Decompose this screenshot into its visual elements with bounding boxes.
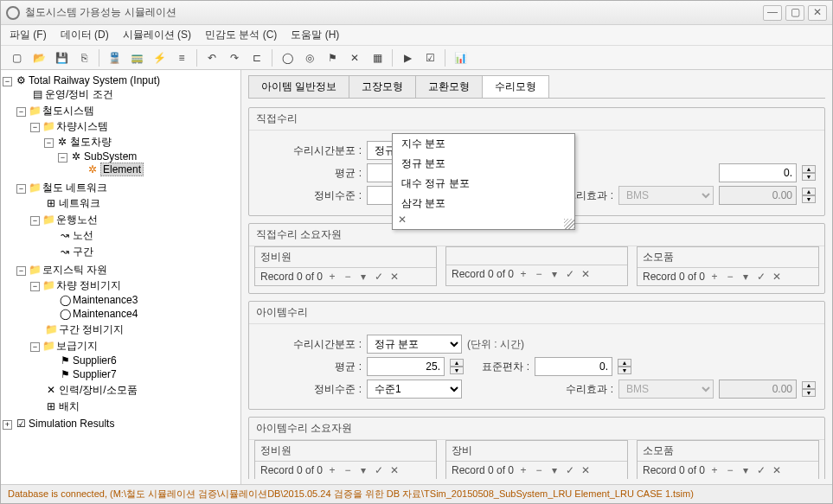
tree-op-cond[interactable]: 운영/정비 조건 [45,88,113,100]
tree-section-base[interactable]: 구간 정비기지 [59,323,124,335]
tree-toggle[interactable]: − [16,266,26,276]
tree-toggle[interactable]: − [30,342,40,352]
rec-del[interactable]: − [342,271,354,283]
dist-option-lognormal[interactable]: 대수 정규 분포 [393,174,574,194]
input-direct-std[interactable] [719,163,797,182]
rec-add[interactable]: + [708,271,721,283]
tree-supplier7[interactable]: Supplier7 [73,368,117,380]
rec-ok[interactable]: ✓ [373,464,385,476]
rec-del[interactable]: − [533,268,545,280]
play-icon[interactable]: ▶ [397,48,418,67]
tree-routes[interactable]: 운행노선 [56,214,98,226]
dist-option-exp[interactable]: 지수 분포 [393,134,574,154]
check-icon[interactable]: ☑ [420,48,440,67]
save-icon[interactable]: 💾 [51,48,72,67]
open-icon[interactable]: 📂 [29,48,49,67]
minimize-button[interactable]: — [763,5,782,21]
rec-add[interactable]: + [326,464,338,476]
tree-maint3[interactable]: Maintenance3 [73,294,138,306]
saveas-icon[interactable]: ⎘ [74,48,94,67]
rec-edit[interactable]: ▾ [548,464,561,476]
car-icon[interactable]: 🚃 [126,48,147,67]
target-icon[interactable]: ◎ [299,48,320,67]
spin-down[interactable]: ▼ [450,367,464,374]
rec-cancel[interactable]: ✕ [388,271,400,283]
undo-icon[interactable]: ↶ [202,48,222,67]
tree-toggle[interactable]: − [58,153,67,163]
close-button[interactable]: ✕ [808,5,827,21]
tree-section[interactable]: 구간 [73,246,93,258]
rec-edit[interactable]: ▾ [548,268,561,280]
rec-cancel[interactable]: ✕ [771,271,783,283]
spin-down[interactable]: ▼ [802,173,816,181]
rec-del[interactable]: − [533,464,545,476]
rec-cancel[interactable]: ✕ [771,464,783,476]
rec-cancel[interactable]: ✕ [388,464,400,476]
connect-icon[interactable]: ⊏ [247,48,267,67]
rec-del[interactable]: − [724,271,736,283]
tree-toggle[interactable]: − [30,216,40,226]
rec-ok[interactable]: ✓ [755,464,767,476]
tree-maint4[interactable]: Maintenance4 [73,308,138,320]
maximize-button[interactable]: ▢ [785,5,804,21]
spin-down[interactable]: ▼ [618,367,631,374]
tab-repair[interactable]: 수리모형 [482,75,549,98]
menu-data[interactable]: 데이터 (D) [61,28,109,42]
circle-icon[interactable]: ◯ [277,48,298,67]
rec-edit[interactable]: ▾ [740,271,752,283]
spin-up[interactable]: ▲ [450,359,464,367]
input-item-std[interactable] [535,357,612,376]
input-item-mean[interactable] [367,357,445,376]
menu-sensitivity[interactable]: 민감도 분석 (C) [205,28,277,42]
new-icon[interactable]: ▢ [6,48,27,67]
tree-route[interactable]: 노선 [73,229,93,241]
rec-ok[interactable]: ✓ [564,268,576,280]
tree-network[interactable]: 철도 네트워크 [42,182,107,194]
tree-net[interactable]: 네트워크 [59,197,100,209]
rec-add[interactable]: + [326,271,338,283]
tab-general[interactable]: 아이템 일반정보 [248,75,349,98]
tree-sim-results[interactable]: Simulation Results [29,418,114,430]
dist-option-triangular[interactable]: 삼각 분포 [393,194,574,214]
rec-ok[interactable]: ✓ [755,271,767,283]
tool-icon[interactable]: ✕ [344,48,365,67]
tree-toggle[interactable]: − [16,184,26,194]
rec-add[interactable]: + [708,464,721,476]
tree-supply-base[interactable]: 보급기지 [56,340,98,352]
tab-replace[interactable]: 교환모형 [415,75,483,98]
rec-ok[interactable]: ✓ [373,271,385,283]
tree-vehicle-system[interactable]: 차량시스템 [56,120,108,132]
spin-up[interactable]: ▲ [618,359,631,367]
popup-close-icon[interactable]: ✕ [398,214,407,226]
rec-cancel[interactable]: ✕ [580,464,592,476]
tree-vehicle-base[interactable]: 차량 정비기지 [56,279,121,291]
flag-icon[interactable]: ⚑ [322,48,343,67]
select-item-level[interactable]: 수준1 [367,380,462,399]
train-icon[interactable]: 🚆 [104,48,125,67]
tree-assign[interactable]: 배치 [59,400,80,412]
tree-supplier6[interactable]: Supplier6 [73,354,117,367]
tree-rail-system[interactable]: 철도시스템 [42,105,94,117]
select-item-dist[interactable]: 정규 분포 [367,335,462,354]
rec-ok[interactable]: ✓ [564,464,576,476]
tree-toggle[interactable]: − [3,77,12,86]
chart-icon[interactable]: 📊 [450,48,471,67]
bolt-icon[interactable]: ⚡ [149,48,170,67]
menu-help[interactable]: 도움말 (H) [291,28,339,42]
tree-rail-vehicle[interactable]: 철도차량 [70,136,112,148]
tree-toggle[interactable]: − [30,123,40,132]
rec-cancel[interactable]: ✕ [580,268,592,280]
tree-subsystem[interactable]: SubSystem [84,150,137,163]
rec-edit[interactable]: ▾ [357,271,369,283]
tree-element[interactable]: Element [100,163,144,176]
menu-simulation[interactable]: 시뮬레이션 (S) [123,28,191,42]
tree-toggle[interactable]: + [3,420,12,430]
tree-logistics[interactable]: 로지스틱 자원 [42,264,107,276]
rec-add[interactable]: + [517,464,529,476]
tree-toggle[interactable]: − [44,138,54,148]
tab-failure[interactable]: 고장모형 [349,75,416,98]
rec-edit[interactable]: ▾ [740,464,752,476]
rec-del[interactable]: − [724,464,736,476]
popup-resize-handle[interactable] [564,219,574,229]
tree-root[interactable]: Total Railway System (Input) [29,74,160,86]
